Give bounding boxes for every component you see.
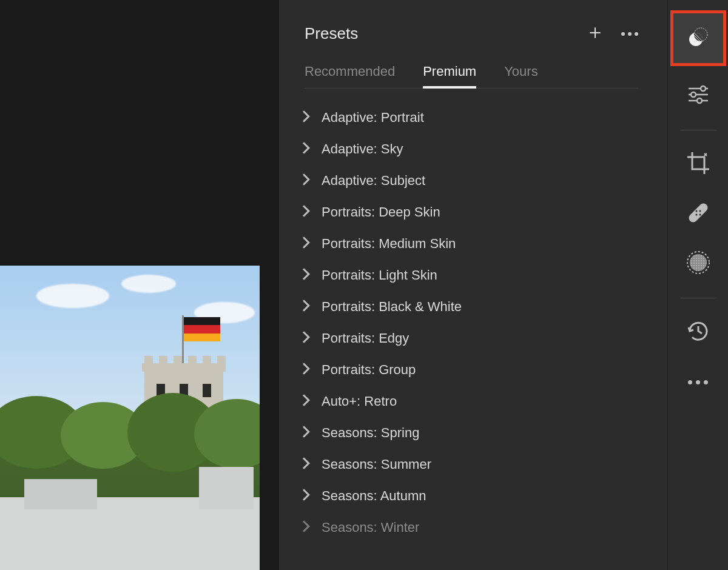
tab-recommended[interactable]: Recommended (305, 64, 395, 88)
tab-yours[interactable]: Yours (504, 64, 538, 88)
rail-divider (680, 130, 716, 130)
svg-point-18 (699, 210, 701, 212)
preset-group[interactable]: Seasons: Spring (302, 417, 667, 449)
preset-list: Adaptive: Portrait Adaptive: Sky Adaptiv… (279, 102, 667, 543)
chevron-right-icon (302, 236, 311, 251)
preset-label: Seasons: Autumn (322, 488, 426, 504)
preset-group[interactable]: Seasons: Summer (302, 449, 667, 480)
chevron-right-icon (302, 457, 311, 472)
preset-label: Portraits: Black & White (322, 299, 462, 315)
svg-point-16 (695, 210, 697, 212)
presets-panel: Presets Recommended Premium Yours Adapti… (279, 0, 667, 570)
svg-point-17 (699, 214, 701, 216)
preset-tabs: Recommended Premium Yours (305, 64, 638, 89)
panel-title: Presets (305, 24, 358, 43)
tab-premium[interactable]: Premium (423, 64, 476, 88)
mask-icon (686, 250, 711, 278)
chevron-right-icon (302, 268, 311, 283)
chevron-right-icon (302, 205, 311, 220)
chevron-right-icon (302, 489, 311, 503)
chevron-right-icon (302, 331, 311, 346)
chevron-right-icon (302, 142, 311, 156)
edit-tool-button[interactable] (679, 76, 718, 115)
preset-label: Portraits: Light Skin (322, 267, 437, 283)
preset-group[interactable]: Portraits: Group (302, 354, 667, 386)
panel-header: Presets (279, 24, 667, 64)
rail-more-button[interactable] (679, 363, 718, 401)
svg-point-19 (695, 214, 697, 216)
preset-label: Seasons: Summer (322, 457, 431, 472)
crop-tool-button[interactable] (679, 145, 718, 184)
chevron-right-icon (302, 363, 311, 377)
preset-group[interactable]: Adaptive: Portrait (302, 102, 667, 133)
preset-label: Seasons: Spring (322, 425, 419, 441)
more-icon (688, 380, 708, 384)
versions-tool-button[interactable] (679, 313, 718, 352)
preset-label: Adaptive: Portrait (322, 110, 424, 126)
svg-rect-15 (687, 202, 709, 224)
preset-group[interactable]: Seasons: Autumn (302, 480, 667, 512)
chevron-right-icon (302, 520, 311, 535)
healing-tool-button[interactable] (679, 195, 718, 233)
photo-wall (0, 497, 260, 570)
preset-label: Portraits: Deep Skin (322, 204, 440, 220)
preset-group[interactable]: Adaptive: Subject (302, 165, 667, 196)
preset-label: Auto+: Retro (322, 394, 397, 409)
preset-group[interactable]: Seasons: Winter (302, 512, 667, 543)
chevron-right-icon (302, 426, 311, 440)
svg-point-23 (690, 254, 707, 271)
svg-point-10 (701, 86, 706, 91)
photo-flag (184, 317, 220, 341)
preset-label: Portraits: Edgy (322, 330, 409, 346)
rail-divider (680, 298, 716, 298)
preset-group[interactable]: Portraits: Light Skin (302, 260, 667, 291)
header-actions (587, 25, 638, 43)
sliders-icon (686, 82, 710, 109)
canvas-area (0, 0, 279, 570)
presets-icon (687, 26, 709, 50)
chevron-right-icon (302, 110, 311, 125)
crop-icon (686, 151, 710, 178)
preset-label: Adaptive: Subject (322, 173, 425, 189)
preset-group[interactable]: Portraits: Black & White (302, 291, 667, 323)
panel-more-button[interactable] (621, 32, 638, 36)
chevron-right-icon (302, 300, 311, 314)
svg-point-14 (697, 98, 702, 103)
presets-tool-button[interactable] (673, 13, 723, 63)
preset-label: Portraits: Group (322, 362, 416, 378)
history-icon (686, 319, 710, 346)
preset-label: Seasons: Winter (322, 520, 419, 535)
preset-label: Adaptive: Sky (322, 141, 403, 157)
chevron-right-icon (302, 394, 311, 409)
preset-group[interactable]: Portraits: Deep Skin (302, 196, 667, 228)
bandage-icon (686, 200, 711, 228)
svg-point-12 (691, 92, 696, 97)
tool-rail (667, 0, 728, 570)
photo-preview[interactable] (0, 266, 260, 570)
chevron-right-icon (302, 173, 311, 188)
preset-label: Portraits: Medium Skin (322, 236, 456, 252)
preset-group[interactable]: Adaptive: Sky (302, 133, 667, 165)
preset-group[interactable]: Portraits: Edgy (302, 323, 667, 354)
preset-group[interactable]: Auto+: Retro (302, 386, 667, 417)
masking-tool-button[interactable] (679, 244, 718, 283)
add-preset-button[interactable] (587, 25, 603, 43)
preset-group[interactable]: Portraits: Medium Skin (302, 228, 667, 260)
